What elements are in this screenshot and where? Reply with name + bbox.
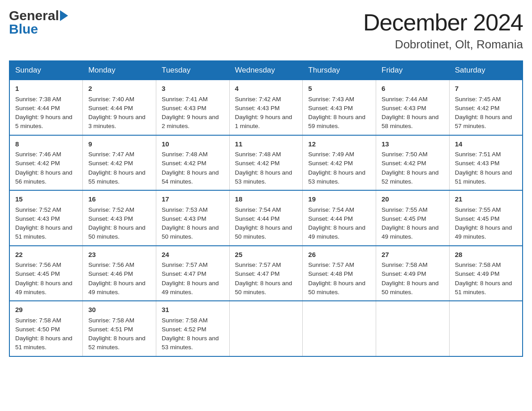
- calendar-cell: 8Sunrise: 7:46 AMSunset: 4:42 PMDaylight…: [9, 135, 83, 191]
- sunset-label: Sunset: 4:44 PM: [235, 215, 280, 222]
- logo-triangle-icon: [60, 10, 68, 21]
- daylight-label: Daylight: 8 hours and 50 minutes.: [235, 280, 292, 295]
- day-number: 6: [382, 84, 444, 94]
- logo: General Blue: [9, 9, 69, 36]
- sunrise-label: Sunrise: 7:55 AM: [382, 206, 428, 213]
- calendar-cell: 17Sunrise: 7:53 AMSunset: 4:43 PMDayligh…: [156, 190, 229, 246]
- sunrise-label: Sunrise: 7:57 AM: [162, 261, 208, 268]
- sunrise-label: Sunrise: 7:48 AM: [162, 151, 208, 158]
- sunset-label: Sunset: 4:43 PM: [308, 105, 353, 111]
- calendar-cell: [376, 301, 450, 356]
- daylight-label: Daylight: 8 hours and 50 minutes.: [88, 224, 146, 240]
- sunrise-label: Sunrise: 7:58 AM: [455, 261, 501, 268]
- day-number: 7: [455, 84, 517, 94]
- calendar-cell: 16Sunrise: 7:52 AMSunset: 4:43 PMDayligh…: [83, 190, 156, 246]
- calendar-cell: [229, 301, 303, 356]
- calendar-cell: 1Sunrise: 7:38 AMSunset: 4:44 PMDaylight…: [9, 80, 83, 135]
- day-number: 22: [15, 250, 77, 260]
- daylight-label: Daylight: 8 hours and 58 minutes.: [382, 114, 439, 129]
- daylight-label: Daylight: 8 hours and 53 minutes.: [162, 335, 219, 351]
- daylight-label: Daylight: 9 hours and 5 minutes.: [15, 114, 73, 129]
- daylight-label: Daylight: 8 hours and 55 minutes.: [88, 169, 146, 185]
- calendar-cell: 25Sunrise: 7:57 AMSunset: 4:47 PMDayligh…: [229, 246, 303, 301]
- calendar-cell: 20Sunrise: 7:55 AMSunset: 4:45 PMDayligh…: [376, 190, 450, 246]
- sunset-label: Sunset: 4:43 PM: [162, 105, 206, 111]
- day-header-thursday: Thursday: [303, 61, 376, 80]
- day-header-sunday: Sunday: [9, 61, 83, 80]
- day-number: 14: [455, 139, 517, 150]
- daylight-label: Daylight: 8 hours and 57 minutes.: [455, 114, 512, 129]
- page-header: General Blue December 2024 Dobrotinet, O…: [9, 9, 523, 51]
- sunset-label: Sunset: 4:43 PM: [455, 160, 500, 167]
- sunset-label: Sunset: 4:42 PM: [162, 160, 206, 167]
- week-row-4: 22Sunrise: 7:56 AMSunset: 4:45 PMDayligh…: [9, 246, 523, 301]
- sunrise-label: Sunrise: 7:56 AM: [88, 261, 134, 268]
- sunrise-label: Sunrise: 7:58 AM: [88, 317, 134, 324]
- sunrise-label: Sunrise: 7:58 AM: [15, 317, 61, 324]
- calendar-cell: 6Sunrise: 7:44 AMSunset: 4:43 PMDaylight…: [376, 80, 450, 135]
- calendar-cell: [303, 301, 376, 356]
- sunrise-label: Sunrise: 7:40 AM: [88, 96, 134, 103]
- day-number: 17: [162, 194, 224, 205]
- sunrise-label: Sunrise: 7:54 AM: [235, 206, 281, 213]
- daylight-label: Daylight: 8 hours and 53 minutes.: [308, 169, 365, 185]
- daylight-label: Daylight: 9 hours and 3 minutes.: [88, 114, 146, 129]
- daylight-label: Daylight: 8 hours and 50 minutes.: [382, 280, 439, 295]
- sunrise-label: Sunrise: 7:38 AM: [15, 96, 61, 103]
- calendar-cell: 14Sunrise: 7:51 AMSunset: 4:43 PMDayligh…: [449, 135, 523, 191]
- calendar-cell: 21Sunrise: 7:55 AMSunset: 4:45 PMDayligh…: [449, 190, 523, 246]
- day-number: 26: [308, 250, 370, 260]
- day-number: 24: [162, 250, 224, 260]
- day-number: 5: [308, 84, 370, 94]
- sunset-label: Sunset: 4:43 PM: [15, 215, 60, 222]
- day-number: 16: [88, 194, 150, 205]
- logo-general-text: General: [9, 9, 69, 22]
- calendar-cell: 15Sunrise: 7:52 AMSunset: 4:43 PMDayligh…: [9, 190, 83, 246]
- sunrise-label: Sunrise: 7:52 AM: [88, 206, 134, 213]
- sunrise-label: Sunrise: 7:46 AM: [15, 151, 61, 158]
- daylight-label: Daylight: 8 hours and 50 minutes.: [308, 280, 365, 295]
- sunset-label: Sunset: 4:45 PM: [455, 215, 500, 222]
- title-section: December 2024 Dobrotinet, Olt, Romania: [363, 9, 523, 51]
- day-number: 20: [382, 194, 444, 205]
- sunrise-label: Sunrise: 7:57 AM: [235, 261, 281, 268]
- calendar-cell: 2Sunrise: 7:40 AMSunset: 4:44 PMDaylight…: [83, 80, 156, 135]
- day-number: 8: [15, 139, 77, 150]
- sunset-label: Sunset: 4:47 PM: [235, 270, 280, 277]
- sunrise-label: Sunrise: 7:56 AM: [15, 261, 61, 268]
- calendar-cell: 9Sunrise: 7:47 AMSunset: 4:42 PMDaylight…: [83, 135, 156, 191]
- sunset-label: Sunset: 4:42 PM: [88, 160, 133, 167]
- daylight-label: Daylight: 8 hours and 50 minutes.: [162, 224, 219, 240]
- sunset-label: Sunset: 4:45 PM: [15, 270, 60, 277]
- sunset-label: Sunset: 4:50 PM: [15, 326, 60, 333]
- calendar-cell: 7Sunrise: 7:45 AMSunset: 4:42 PMDaylight…: [449, 80, 523, 135]
- day-number: 3: [162, 84, 224, 94]
- day-number: 29: [15, 305, 77, 315]
- sunrise-label: Sunrise: 7:41 AM: [162, 96, 208, 103]
- sunset-label: Sunset: 4:42 PM: [382, 160, 426, 167]
- calendar-cell: 5Sunrise: 7:43 AMSunset: 4:43 PMDaylight…: [303, 80, 376, 135]
- sunset-label: Sunset: 4:43 PM: [382, 105, 426, 111]
- daylight-label: Daylight: 9 hours and 1 minute.: [235, 114, 292, 129]
- sunset-label: Sunset: 4:42 PM: [455, 105, 500, 111]
- day-number: 23: [88, 250, 150, 260]
- calendar-cell: 26Sunrise: 7:57 AMSunset: 4:48 PMDayligh…: [303, 246, 376, 301]
- day-number: 27: [382, 250, 444, 260]
- week-row-5: 29Sunrise: 7:58 AMSunset: 4:50 PMDayligh…: [9, 301, 523, 356]
- logo-blue-text: Blue: [9, 22, 38, 36]
- daylight-label: Daylight: 8 hours and 52 minutes.: [88, 335, 146, 351]
- sunset-label: Sunset: 4:45 PM: [382, 215, 426, 222]
- sunset-label: Sunset: 4:46 PM: [88, 270, 133, 277]
- sunset-label: Sunset: 4:52 PM: [162, 326, 206, 333]
- daylight-label: Daylight: 8 hours and 49 minutes.: [455, 224, 512, 240]
- header-row: SundayMondayTuesdayWednesdayThursdayFrid…: [9, 61, 523, 80]
- day-number: 15: [15, 194, 77, 205]
- day-header-tuesday: Tuesday: [156, 61, 229, 80]
- sunset-label: Sunset: 4:42 PM: [235, 160, 280, 167]
- sunrise-label: Sunrise: 7:57 AM: [308, 261, 354, 268]
- sunrise-label: Sunrise: 7:55 AM: [455, 206, 501, 213]
- sunrise-label: Sunrise: 7:49 AM: [308, 151, 354, 158]
- week-row-3: 15Sunrise: 7:52 AMSunset: 4:43 PMDayligh…: [9, 190, 523, 246]
- calendar-cell: 10Sunrise: 7:48 AMSunset: 4:42 PMDayligh…: [156, 135, 229, 191]
- day-number: 21: [455, 194, 517, 205]
